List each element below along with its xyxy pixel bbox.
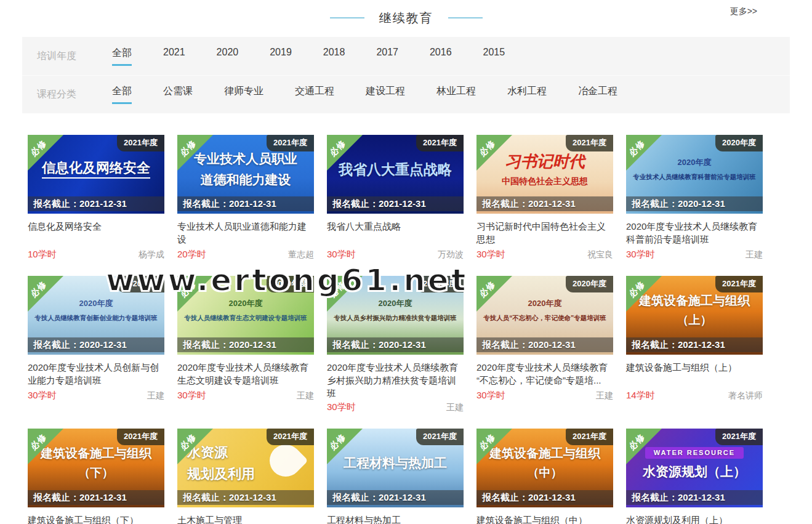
course-hours: 10学时 [28,249,57,260]
course-title[interactable]: 2020年度专业技术人员创新与创业能力专题培训班 [28,361,163,388]
course-title[interactable]: 建筑设备施工与组织（中） [476,514,612,524]
filter-option[interactable]: 全部 [112,85,132,104]
course-title[interactable]: 2020年度专业技术人员继续教育“不忘初心，牢记使命”专题培... [476,361,612,388]
course-title[interactable]: 专业技术人员职业道德和能力建设 [177,220,313,247]
section-title: 继续教育 [379,10,433,26]
deadline-bar: 报名截止：2021-12-31 [177,196,314,211]
filter-option[interactable]: 交通工程 [295,85,334,104]
year-badge: 2021年度 [117,429,164,445]
course-hours: 30学时 [28,390,57,401]
filter-option[interactable]: 水利工程 [507,85,547,104]
course-hours: 30学时 [476,249,505,260]
course-card[interactable]: 我省八大重点战略 必修 2021年度 报名截止：2021-12-31 我省八大重… [327,135,464,260]
year-badge: 2020年度 [715,135,763,151]
year-badge: 2021年度 [117,135,164,151]
course-card[interactable]: 2020年度专技人员乡村振兴助力精准扶贫专题培训班 必修 2020年度 报名截止… [327,276,464,413]
course-hours: 20学时 [177,249,206,260]
course-card[interactable]: 2020年度专技人员“不忘初心，牢记使命”专题培训班 必修 2020年度 报名截… [476,276,613,413]
course-cover: 2020年度专业技术人员继续教育科普前沿专题培训班 必修 2020年度 报名截止… [626,135,763,214]
course-card[interactable]: 水资源规划及利用 必修 2021年度 报名截止：2021-12-31 土木施工与… [177,429,314,524]
filter-option[interactable]: 林业工程 [436,85,476,104]
course-title[interactable]: 水资源规划及利用（上） [626,514,762,524]
filter-row-category: 课程分类 全部公需课律师专业交通工程建设工程林业工程水利工程冶金工程 [22,75,790,113]
course-hours: 30学时 [327,249,356,260]
course-cover: 建筑设备施工与组织（下） 必修 2021年度 报名截止：2021-12-31 [28,429,164,507]
course-cover: 2020年度专技人员继续教育生态文明建设专题培训班 必修 2020年度 报名截止… [177,276,314,355]
course-cover: 习书记时代中国特色社会主义思想 必修 2021年度 报名截止：2021-12-3… [476,135,613,214]
year-badge: 2021年度 [267,135,314,151]
filter-option[interactable]: 公需课 [163,85,193,104]
course-grid: 信息化及网络安全 必修 2021年度 报名截止：2021-12-31 信息化及网… [28,135,812,524]
filter-option[interactable]: 2021 [163,47,185,66]
course-card[interactable]: 建筑设备施工与组织（中） 必修 2021年度 报名截止：2021-12-31 建… [476,429,613,524]
year-badge: 2020年度 [117,276,164,292]
course-meta: 30学时 祝宝良 [476,249,613,260]
course-teacher: 王建 [147,390,164,401]
course-card[interactable]: 建筑设备施工与组织（上） 必修 2021年度 报名截止：2021-12-31 建… [626,276,763,413]
deadline-bar: 报名截止：2021-12-31 [177,490,314,505]
course-title[interactable]: 我省八大重点战略 [327,220,462,247]
course-title[interactable]: 习书记新时代中国特色社会主义思想 [476,220,612,247]
course-cover: 2020年度专技人员乡村振兴助力精准扶贫专题培训班 必修 2020年度 报名截止… [327,276,464,355]
course-title[interactable]: 建筑设备施工与组织（上） [626,361,762,388]
course-title[interactable]: 工程材料与热加工 [327,514,462,524]
year-badge: 2020年度 [566,276,613,292]
course-title[interactable]: 信息化及网络安全 [28,220,163,247]
course-card[interactable]: 工程材料与热加工 必修 2021年度 报名截止：2021-12-31 工程材料与… [327,429,464,524]
title-decoration-right [448,17,483,18]
course-title[interactable]: 2020年度专业技术人员继续教育生态文明建设专题培训班 [177,361,313,388]
course-card[interactable]: 信息化及网络安全 必修 2021年度 报名截止：2021-12-31 信息化及网… [28,135,164,260]
course-title[interactable]: 建筑设备施工与组织（下） [28,514,163,524]
filter-option[interactable]: 2017 [376,47,398,66]
title-decoration-left [330,17,364,18]
course-card[interactable]: WATER RESOURCE水资源规划（上） 必修 2021年度 报名截止：20… [626,429,763,524]
filter-option[interactable]: 2016 [430,47,452,66]
filter-option[interactable]: 建设工程 [366,85,405,104]
filter-option[interactable]: 冶金工程 [578,85,617,104]
filter-panel: 培训年度 全部2021202020192018201720162015 课程分类… [22,37,790,113]
course-title[interactable]: 土木施工与管理 [177,514,313,524]
filter-row-year: 培训年度 全部2021202020192018201720162015 [22,37,790,75]
filter-option[interactable]: 2019 [270,47,292,66]
course-meta: 30学时 王建 [327,401,464,413]
course-cover: 我省八大重点战略 必修 2021年度 报名截止：2021-12-31 [327,135,464,214]
deadline-bar: 报名截止：2021-12-31 [476,196,613,211]
course-card[interactable]: 专业技术人员职业道德和能力建设 必修 2021年度 报名截止：2021-12-3… [177,135,314,260]
course-title[interactable]: 2020年度专业技术人员继续教育科普前沿专题培训班 [626,220,762,247]
filter-option[interactable]: 律师专业 [224,85,263,104]
course-card[interactable]: 2020年度专技人员继续教育创新创业能力专题培训班 必修 2020年度 报名截止… [28,276,164,413]
filter-option[interactable]: 2020 [217,47,239,66]
course-meta: 30学时 王建 [476,390,613,401]
course-cover: 水资源规划及利用 必修 2021年度 报名截止：2021-12-31 [177,429,314,507]
year-badge: 2021年度 [715,429,763,445]
course-card[interactable]: 习书记时代中国特色社会主义思想 必修 2021年度 报名截止：2021-12-3… [476,135,613,260]
course-cover: 2020年度专技人员“不忘初心，牢记使命”专题培训班 必修 2020年度 报名截… [476,276,613,355]
course-hours: 14学时 [626,390,655,401]
course-card[interactable]: 2020年度专业技术人员继续教育科普前沿专题培训班 必修 2020年度 报名截止… [626,135,763,260]
course-teacher: 王建 [596,390,613,401]
filter-option[interactable]: 2018 [323,47,345,66]
filter-option[interactable]: 全部 [112,47,132,66]
course-teacher: 王建 [446,402,464,413]
deadline-bar: 报名截止：2021-12-31 [626,337,763,352]
filter-options: 全部2021202020192018201720162015 [112,47,505,66]
course-cover: 工程材料与热加工 必修 2021年度 报名截止：2021-12-31 [327,429,464,507]
deadline-bar: 报名截止：2021-12-31 [626,490,763,505]
course-title[interactable]: 2020年度专业技术人员继续教育乡村振兴助力精准扶贫专题培训班 [327,361,462,400]
deadline-bar: 报名截止：2020-12-31 [626,196,763,211]
course-card[interactable]: 2020年度专技人员继续教育生态文明建设专题培训班 必修 2020年度 报名截止… [177,276,314,413]
course-card[interactable]: 建筑设备施工与组织（下） 必修 2021年度 报名截止：2021-12-31 建… [28,429,164,524]
year-badge: 2021年度 [566,135,613,151]
course-cover: 建筑设备施工与组织（中） 必修 2021年度 报名截止：2021-12-31 [476,429,613,507]
course-meta: 30学时 王建 [28,390,164,401]
course-cover: 建筑设备施工与组织（上） 必修 2021年度 报名截止：2021-12-31 [626,276,763,355]
more-link[interactable]: 更多>> [730,6,757,17]
course-meta: 30学时 王建 [626,249,763,260]
course-meta: 30学时 万劲波 [327,249,464,260]
year-badge: 2021年度 [566,429,613,445]
course-teacher: 杨学成 [139,249,164,260]
filter-option[interactable]: 2015 [483,47,505,66]
year-badge: 2020年度 [416,276,464,292]
filter-label: 课程分类 [37,88,112,101]
year-badge: 2021年度 [416,135,464,151]
